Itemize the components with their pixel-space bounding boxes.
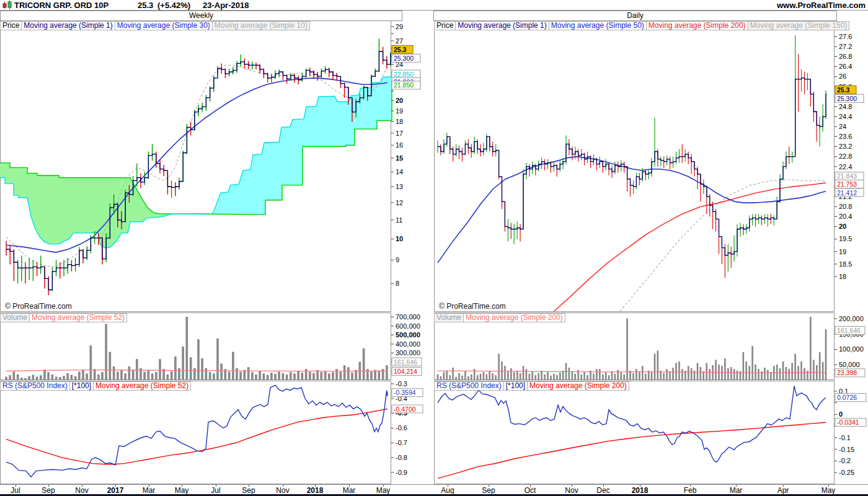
volume-bar [155,373,157,380]
axis-tick-label: 24 [839,123,846,130]
volume-bar [678,361,680,380]
price-label-value: 25.3 [394,46,407,53]
volume-bar [236,368,238,380]
price-label-value: 21.753 [837,180,857,188]
volume-bar [301,373,303,380]
volume-bar [313,373,315,380]
price-label-value: 25.300 [837,95,857,102]
volume-bar [86,374,88,380]
volume-bar [691,368,692,380]
volume-bar [321,373,322,380]
volume-bar [572,371,573,380]
volume-bar [190,358,192,380]
volume-bar [371,372,373,380]
volume-bar [309,372,311,380]
time-axis[interactable]: JulSepNov2017MarMayJulSepNov2018MarMayAu… [0,484,868,495]
volume-bar [36,377,38,380]
legend-chip[interactable]: Moving average (Simple 52) [29,313,127,322]
volume-bar [813,360,814,380]
volume-bar [559,373,560,380]
volume-bar [55,377,57,380]
legend-chip[interactable]: Volume [434,313,464,322]
price-label-value: 0.0726 [837,394,857,401]
time-axis-label: Dec [596,486,609,495]
volume-bar [286,374,288,380]
axis-tick-label: -0.7 [396,439,407,446]
volume-bar [538,373,539,380]
volume-bar [232,352,234,380]
volume-bar [819,352,820,380]
volume-bar [504,366,505,380]
axis-tick-label: -0.3 [396,381,407,388]
axis-tick-label: 17 [396,130,403,137]
legend-chip[interactable]: Moving average (Simple 200) [646,21,748,30]
volume-bar [513,373,515,380]
volume-bar [520,373,521,380]
volume-bar [352,373,353,380]
legend-chip[interactable]: Moving average (Simple 200) [463,313,565,322]
volume-bar [624,374,625,380]
volume-bar [82,370,84,380]
volume-bar [59,378,61,380]
volume-bar [749,366,750,380]
volume-bar [544,374,546,380]
volume-bar [480,374,481,380]
weekly-volume-chart[interactable]: 700,000600,000500,000400,000300,000161,6… [0,312,431,380]
axis-tick-label: 20 [396,97,403,104]
volume-bar [9,376,11,380]
legend-chip[interactable]: Moving average (Simple 200) [527,381,629,391]
volume-bar [670,371,671,380]
legend-chip[interactable]: Price [434,21,456,30]
time-axis-label: Sep [242,486,255,495]
legend-chip[interactable]: Moving average (Simple 1) [455,21,549,30]
volume-bar [294,374,296,380]
daily-price-chart[interactable]: 2827.627.226.826.42625.624.824.42423.623… [434,20,867,312]
legend-chip[interactable]: RS (S&P500 Index) [434,381,504,391]
volume-bar [378,371,380,381]
volume-bar [581,374,582,380]
volume-bar [764,368,765,380]
legend-chip[interactable]: Moving average (Simple 50) [549,21,647,30]
volume-bar [25,378,27,380]
daily-rs-chart[interactable]: 0.10-0.1-0.15-0.2-0.250.0726-0.0341 [434,381,867,484]
legend-chip[interactable]: Moving average (Simple 10) [212,21,310,30]
volume-bar [789,370,790,380]
axis-tick-label: 14 [396,168,403,175]
volume-bar [636,370,637,380]
volume-bar [697,363,698,380]
daily-volume-chart[interactable]: 200,000150,000100,00050,000161,64623,398 [434,312,867,380]
legend-chip[interactable]: Price [0,21,22,30]
volume-bar [471,374,472,380]
copyright-daily: © ProRealTime.com [439,302,506,311]
weekly-rs-chart[interactable]: -0.3-0.4-0.5-0.6-0.7-0.8-0.9-0.3594-0.47… [0,381,431,484]
legend-chip[interactable]: Moving average (Simple 150) [748,21,850,30]
price-label-value: 161,646 [837,327,861,334]
axis-tick-label: 100,000 [839,345,864,353]
legend-chip[interactable]: [*100] [503,381,528,391]
volume-bar [746,361,747,380]
volume-bar [167,374,169,380]
legend-chip[interactable]: Moving average (Simple 52) [93,381,191,391]
weekly-price-chart[interactable]: 29272420191817161514131211109825.325.300… [0,20,431,312]
volume-bar [263,374,265,380]
volume-bar [792,363,793,380]
price-label-value: -0.0341 [837,418,859,426]
volume-bar [535,376,536,380]
volume-bar [721,366,722,380]
volume-bar [645,374,646,380]
volume-bar [347,368,349,380]
last-price: 25.3 [138,1,153,10]
volume-bar [105,324,107,380]
legend-chip[interactable]: [*100] [69,381,94,391]
legend-chip[interactable]: Moving average (Simple 30) [115,21,213,30]
volume-bar [724,358,725,380]
axis-tick-label: -0.15 [839,446,854,453]
volume-bar [587,376,588,380]
legend-chip[interactable]: Moving average (Simple 1) [21,21,115,30]
legend-chip[interactable]: RS (S&P500 Index) [0,381,70,391]
price-label-value: 22.850 [394,71,414,78]
legend-chip[interactable]: Volume [0,313,30,322]
volume-bar [97,374,99,380]
volume-bar [550,376,551,380]
prorealtime-workspace: TRICORN GRP. ORD 10P 25.3 (+5.42%) 23-Ap… [0,0,868,496]
